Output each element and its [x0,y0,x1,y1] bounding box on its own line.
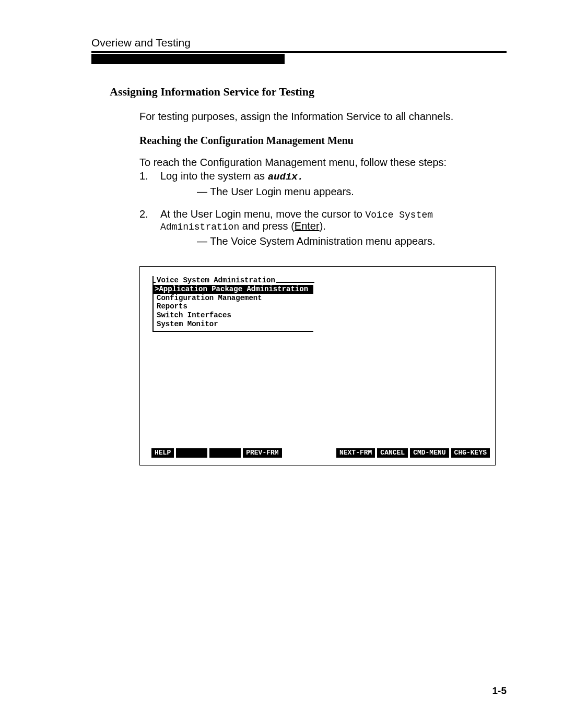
menu-item-reports[interactable]: Reports [157,302,310,311]
step-1-note: — The User Login menu appears. [197,186,507,198]
menu-title: Voice System Administration [156,276,276,285]
fn-help[interactable]: HELP [151,448,174,458]
steps-intro: To reach the Configuration Management me… [139,155,507,170]
fn-blank-1 [176,448,207,458]
step-2-pre: At the User Login menu, move the cursor … [160,208,365,220]
enter-key: Enter [295,220,320,232]
step-2-num: 2. [139,208,160,254]
step-2-mid: and press ( [239,220,295,232]
fn-cmd-menu[interactable]: CMD-MENU [410,448,449,458]
menu-item-config[interactable]: Configuration Management [157,294,310,303]
step-2-note: — The Voice System Administration menu a… [197,235,507,247]
fn-cancel[interactable]: CANCEL [377,448,408,458]
fn-blank-2 [209,448,241,458]
header-rule [91,51,507,53]
page-header: Overiew and Testing [91,37,507,49]
step-2-post: ). [320,220,326,232]
step-1: 1. Log into the system as audix. — The U… [139,170,507,204]
vsa-menu: Voice System Administration >Application… [152,276,313,332]
step-2: 2. At the User Login menu, move the curs… [139,208,507,254]
menu-item-sysmon[interactable]: System Monitor [157,320,310,329]
menu-item-switch[interactable]: Switch Interfaces [157,311,310,320]
function-key-bar: HELP PREV-FRM NEXT-FRM CANCEL CMD-MENU C… [151,448,490,458]
step-1-text: Log into the system as [160,170,268,182]
terminal-screenshot: Voice System Administration >Application… [139,266,496,466]
fn-chg-keys[interactable]: CHG-KEYS [451,448,490,458]
fn-prev-frm[interactable]: PREV-FRM [243,448,281,458]
menu-selected-item[interactable]: >Application Package Administration [154,285,313,294]
intro-text: For testing purposes, assign the Informa… [139,109,507,124]
sub-section-title: Reaching the Configuration Management Me… [139,135,507,147]
page-number: 1-5 [492,685,507,697]
header-bar [91,54,285,64]
step-1-num: 1. [139,170,160,204]
section-title: Assigning Information Service for Testin… [110,85,507,99]
step-1-code: audix. [268,171,303,183]
fn-next-frm[interactable]: NEXT-FRM [336,448,375,458]
